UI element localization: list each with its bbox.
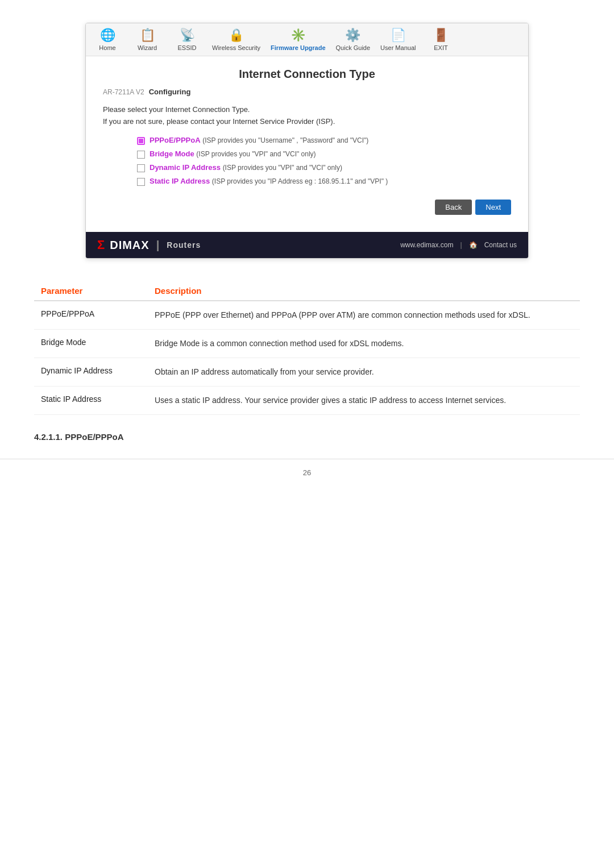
table-row-dynamic: Dynamic IP Address Obtain an IP address … [34,358,580,387]
button-row: Back Next [103,200,511,215]
option-pppoe[interactable]: PPPoE/PPPoA (ISP provides you "Username"… [137,136,511,145]
option-static[interactable]: Static IP Address (ISP provides you "IP … [137,177,511,186]
table-row-bridge: Bridge Mode Bridge Mode is a common conn… [34,330,580,358]
firmware-upgrade-icon: ✳️ [291,28,306,43]
info-line1: Please select your Internet Connection T… [103,105,511,114]
essid-icon: 📡 [180,28,195,43]
option-bridge-desc: (ISP provides you "VPI" and "VCI" only) [196,150,316,158]
nav-firmware-upgrade-label: Firmware Upgrade [271,44,326,51]
nav-essid[interactable]: 📡 ESSID [172,28,202,51]
footer-divider: | [460,241,462,249]
page-number-text: 26 [303,468,311,477]
radio-dynamic[interactable] [137,164,145,172]
breadcrumb-model: AR-7211A V2 [103,88,144,96]
param-section: Parameter Description PPPoE/PPPoA PPPoE … [34,281,580,415]
option-dynamic-name: Dynamic IP Address [150,163,221,172]
wizard-icon: 📋 [140,28,155,43]
option-pppoe-text: PPPoE/PPPoA (ISP provides you "Username"… [150,136,368,144]
desc-dynamic: Obtain an IP address automatically from … [148,358,580,387]
table-row-pppoe: PPPoE/PPPoA PPPoE (PPP over Ethernet) an… [34,301,580,330]
exit-icon: 🚪 [433,28,449,43]
nav-bar: 🌐 Home 📋 Wizard 📡 ESSID 🔒 Wireless Secur… [86,23,528,56]
option-bridge-name: Bridge Mode [150,149,194,158]
nav-user-manual[interactable]: 📄 User Manual [380,28,416,51]
nav-home-label: Home [99,44,115,51]
next-button[interactable]: Next [475,200,511,215]
brand-logo: Σ DIMAX | Routers [97,238,201,252]
option-bridge-text: Bridge Mode (ISP provides you "VPI" and … [150,149,316,158]
nav-firmware-upgrade[interactable]: ✳️ Firmware Upgrade [271,28,326,51]
footer-bar: Σ DIMAX | Routers www.edimax.com | 🏠 Con… [86,232,528,258]
nav-exit-label: EXIT [434,44,447,51]
breadcrumb-status: Configuring [149,88,191,96]
table-row-static: Static IP Address Uses a static IP addre… [34,387,580,415]
back-button[interactable]: Back [435,200,472,215]
section-heading-text: 4.2.1.1. PPPoE/PPPoA [34,432,124,442]
brand-name: DIMAX [110,239,149,252]
nav-user-manual-label: User Manual [380,44,416,51]
nav-quick-guide-label: Quick Guide [336,44,371,51]
contact-icon: 🏠 [469,241,478,249]
desc-static: Uses a static IP address. Your service p… [148,387,580,415]
desc-bridge: Bridge Mode is a common connection metho… [148,330,580,358]
nav-home[interactable]: 🌐 Home [93,28,122,51]
radio-pppoe[interactable] [137,137,145,145]
section-heading: 4.2.1.1. PPPoE/PPPoA [34,432,580,442]
col-param-header: Parameter [34,281,148,301]
website-link[interactable]: www.edimax.com [400,241,453,249]
col-desc-header: Description [148,281,580,301]
option-static-text: Static IP Address (ISP provides you "IP … [150,177,388,185]
desc-pppoe: PPPoE (PPP over Ethernet) and PPPoA (PPP… [148,301,580,330]
page-title: Internet Connection Type [103,68,511,81]
user-manual-icon: 📄 [391,28,406,43]
page-number: 26 [0,459,614,477]
option-static-name: Static IP Address [150,177,210,185]
param-pppoe: PPPoE/PPPoA [34,301,148,330]
quick-guide-icon: ⚙️ [345,28,360,43]
nav-wizard-label: Wizard [138,44,157,51]
option-static-desc: (ISP provides you "IP Address eg : 168.9… [212,177,388,185]
param-table: Parameter Description PPPoE/PPPoA PPPoE … [34,281,580,415]
breadcrumb: AR-7211A V2 Configuring [103,88,511,96]
option-pppoe-name: PPPoE/PPPoA [150,136,201,144]
option-dynamic-text: Dynamic IP Address (ISP provides you "VP… [150,163,342,172]
router-panel: 🌐 Home 📋 Wizard 📡 ESSID 🔒 Wireless Secur… [85,23,529,259]
footer-links: www.edimax.com | 🏠 Contact us [400,241,517,249]
nav-wireless-security[interactable]: 🔒 Wireless Security [212,28,260,51]
nav-wireless-security-label: Wireless Security [212,44,260,51]
options-list: PPPoE/PPPoA (ISP provides you "Username"… [137,136,511,186]
param-static: Static IP Address [34,387,148,415]
radio-bridge[interactable] [137,151,145,159]
param-bridge: Bridge Mode [34,330,148,358]
brand-routers: Routers [167,240,201,250]
nav-wizard[interactable]: 📋 Wizard [132,28,162,51]
option-dynamic-desc: (ISP provides you "VPI" and "VCI" only) [223,164,342,172]
main-content: Internet Connection Type AR-7211A V2 Con… [86,56,528,232]
contact-link[interactable]: Contact us [484,241,517,249]
info-line2: If you are not sure, please contact your… [103,117,511,126]
option-bridge[interactable]: Bridge Mode (ISP provides you "VPI" and … [137,149,511,159]
home-icon: 🌐 [100,28,115,43]
nav-essid-label: ESSID [177,44,196,51]
option-pppoe-desc: (ISP provides you "Username" , "Password… [202,136,368,144]
radio-static[interactable] [137,178,145,186]
table-header-row: Parameter Description [34,281,580,301]
wireless-security-icon: 🔒 [229,28,244,43]
option-dynamic[interactable]: Dynamic IP Address (ISP provides you "VP… [137,163,511,172]
nav-exit[interactable]: 🚪 EXIT [426,28,455,51]
brand-sigma: Σ [97,238,105,252]
param-dynamic: Dynamic IP Address [34,358,148,387]
nav-quick-guide[interactable]: ⚙️ Quick Guide [336,28,371,51]
